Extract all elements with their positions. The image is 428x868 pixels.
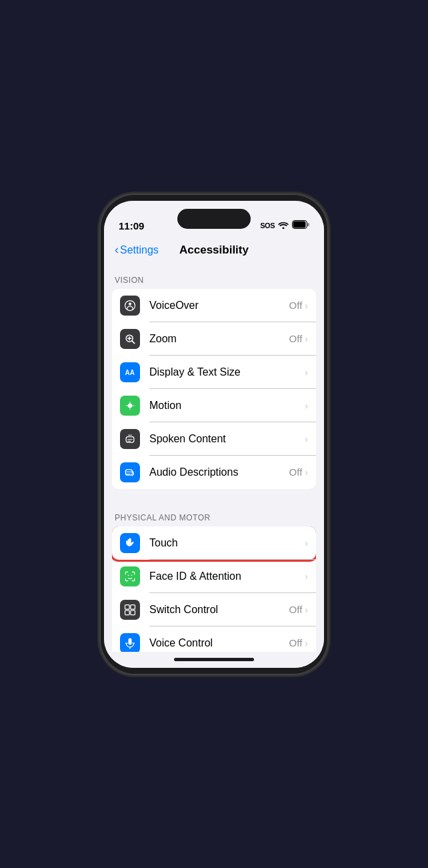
face-id-content: Face ID & Attention › (149, 570, 308, 582)
display-text-right: › (305, 367, 308, 378)
row-face-id[interactable]: Face ID & Attention › (112, 560, 316, 593)
motion-chevron: › (305, 400, 308, 411)
spoken-icon-bg (120, 429, 140, 449)
row-display-text[interactable]: AA Display & Text Size › (112, 356, 316, 389)
vision-group: VoiceOver Off › (112, 289, 316, 489)
phone-screen: 11:09 SOS (104, 201, 324, 668)
display-text-content: Display & Text Size › (149, 366, 308, 378)
svg-line-6 (132, 340, 135, 343)
svg-rect-19 (129, 638, 132, 644)
spoken-right: › (305, 434, 308, 444)
zoom-value: Off (289, 333, 303, 344)
touch-right: › (305, 538, 308, 548)
row-audio-desc[interactable]: Audio Descriptions Off › (112, 456, 316, 489)
spoken-content: Spoken Content › (149, 433, 308, 445)
voiceover-content: VoiceOver Off › (149, 300, 308, 312)
zoom-content: Zoom Off › (149, 333, 308, 345)
motion-content: Motion › (149, 400, 308, 412)
switch-control-value: Off (289, 604, 303, 615)
audio-desc-right: Off › (289, 466, 308, 478)
row-spoken-content[interactable]: Spoken Content › (112, 422, 316, 456)
dynamic-island (177, 209, 251, 229)
switch-control-content: Switch Control Off › (149, 604, 308, 616)
svg-rect-18 (131, 610, 135, 614)
svg-rect-16 (131, 604, 135, 609)
zoom-icon-bg (120, 329, 140, 349)
touch-label: Touch (149, 537, 178, 549)
row-motion[interactable]: Motion › (112, 389, 316, 422)
back-chevron-icon: ‹ (115, 243, 119, 257)
touch-icon-bg (120, 533, 140, 553)
motion-label: Motion (149, 400, 181, 412)
svg-rect-15 (125, 604, 130, 609)
voiceover-chevron: › (305, 300, 308, 311)
status-time: 11:09 (119, 220, 144, 232)
phone-frame: 11:09 SOS (100, 194, 328, 675)
svg-rect-2 (307, 223, 309, 226)
spoken-label: Spoken Content (149, 433, 226, 445)
face-id-icon-bg (120, 566, 140, 586)
switch-control-chevron: › (305, 604, 308, 615)
voiceover-right: Off › (289, 300, 308, 311)
svg-text:AA: AA (125, 369, 135, 376)
display-text-icon-bg: AA (120, 362, 140, 382)
back-label: Settings (120, 244, 159, 256)
svg-point-4 (129, 302, 131, 305)
voice-control-content: Voice Control Off › (149, 637, 308, 649)
home-bar (174, 658, 254, 661)
section-vision-label: VISION (104, 265, 324, 289)
home-indicator (104, 652, 324, 668)
voice-control-label: Voice Control (149, 637, 213, 649)
touch-content: Touch › (149, 537, 308, 549)
voice-control-chevron: › (305, 638, 308, 648)
zoom-right: Off › (289, 333, 308, 344)
wifi-icon (278, 220, 289, 232)
face-id-chevron: › (305, 571, 308, 582)
physical-group: Touch › (112, 526, 316, 652)
switch-control-icon-bg (120, 600, 140, 620)
zoom-label: Zoom (149, 333, 177, 345)
voiceover-label: VoiceOver (149, 300, 199, 312)
voice-control-value: Off (289, 637, 303, 648)
audio-desc-label: Audio Descriptions (149, 466, 238, 478)
spoken-chevron: › (305, 434, 308, 444)
voiceover-icon-bg (120, 296, 140, 316)
face-id-right: › (305, 571, 308, 582)
section-physical-label: PHYSICAL AND MOTOR (104, 502, 324, 526)
audio-desc-icon-bg (120, 462, 140, 482)
svg-point-13 (128, 574, 129, 576)
audio-desc-content: Audio Descriptions Off › (149, 466, 308, 478)
switch-control-right: Off › (289, 604, 308, 615)
svg-point-14 (131, 574, 133, 576)
display-text-chevron: › (305, 367, 308, 378)
face-id-label: Face ID & Attention (149, 570, 241, 582)
row-voice-control[interactable]: Voice Control Off › (112, 626, 316, 652)
touch-chevron: › (305, 538, 308, 548)
audio-desc-value: Off (289, 466, 303, 478)
page-title: Accessibility (179, 244, 249, 257)
settings-content: VISION VoiceOver Off (104, 265, 324, 652)
sos-indicator: SOS (260, 222, 275, 230)
voice-control-right: Off › (289, 637, 308, 648)
svg-rect-17 (125, 610, 130, 614)
svg-rect-1 (293, 221, 306, 228)
battery-icon (292, 220, 309, 232)
row-touch[interactable]: Touch › (112, 526, 316, 560)
row-zoom[interactable]: Zoom Off › (112, 322, 316, 356)
display-text-label: Display & Text Size (149, 366, 241, 378)
row-switch-control[interactable]: Switch Control Off › (112, 593, 316, 626)
row-voiceover[interactable]: VoiceOver Off › (112, 289, 316, 322)
svg-point-3 (125, 300, 135, 310)
voiceover-value: Off (289, 300, 303, 311)
nav-bar: ‹ Settings Accessibility (104, 236, 324, 265)
back-button[interactable]: ‹ Settings (115, 244, 159, 257)
status-icons: SOS (260, 220, 309, 232)
motion-right: › (305, 400, 308, 411)
voice-control-icon-bg (120, 633, 140, 652)
zoom-chevron: › (305, 334, 308, 344)
motion-icon-bg (120, 396, 140, 416)
switch-control-label: Switch Control (149, 604, 218, 616)
audio-desc-chevron: › (305, 467, 308, 478)
